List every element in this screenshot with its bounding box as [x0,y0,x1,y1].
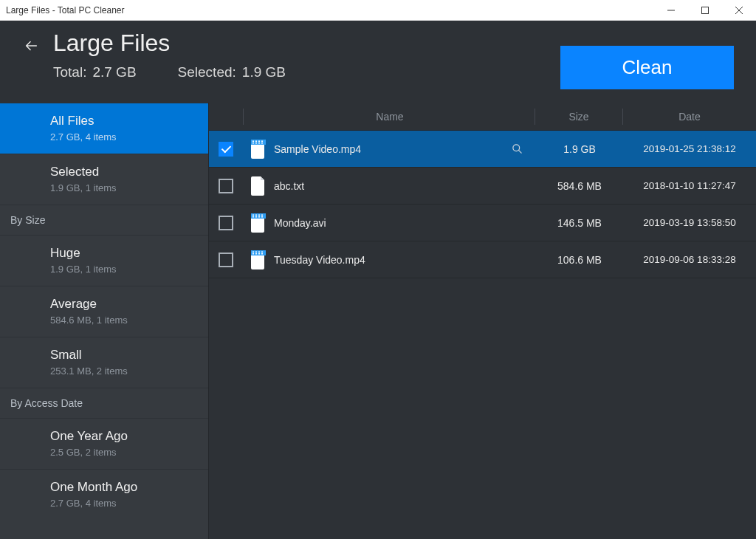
svg-rect-12 [261,143,263,144]
file-size: 106.6 MB [536,254,623,266]
svg-rect-24 [251,250,266,255]
app-body: Large Files Total: 2.7 GB Selected: 1.9 … [0,21,756,539]
column-header-size[interactable]: Size [535,111,622,123]
svg-rect-6 [255,140,257,142]
sidebar-item-one-year-ago[interactable]: One Year Ago2.5 GB, 2 items [0,418,208,469]
sidebar-item-huge[interactable]: Huge1.9 GB, 1 items [0,235,208,286]
row-checkbox-cell [209,253,243,267]
file-size: 584.6 MB [536,180,623,192]
checkbox[interactable] [219,142,233,157]
svg-rect-18 [258,214,260,216]
summary-selected-label: Selected: [178,64,236,80]
search-icon[interactable] [506,143,527,154]
summary-row: Total: 2.7 GB Selected: 1.9 GB [53,64,286,80]
file-date: 2019-09-06 18:33:28 [623,254,756,265]
svg-rect-4 [251,140,266,145]
column-header-date[interactable]: Date [623,111,756,123]
file-date: 2018-01-10 11:27:47 [623,180,756,191]
video-file-icon [243,250,274,270]
checkbox[interactable] [219,253,233,267]
file-date: 2019-03-19 13:58:50 [623,217,756,228]
svg-rect-25 [252,251,254,253]
page-title: Large Files [53,30,286,57]
table-row[interactable]: Monday.avi146.5 MB2019-03-19 13:58:50 [209,205,756,241]
svg-rect-29 [252,253,254,255]
file-name: Monday.avi [274,217,527,229]
sidebar-item-label: Small [50,348,193,363]
checkbox[interactable] [219,179,233,193]
summary-total-label: Total: [53,64,86,80]
sidebar-item-subtitle: 1.9 GB, 1 items [50,264,117,275]
svg-rect-11 [258,143,260,144]
svg-rect-30 [255,253,257,255]
file-name: Tuesday Video.mp4 [274,254,527,266]
svg-rect-19 [261,214,263,216]
svg-rect-20 [252,216,254,218]
minimize-button[interactable] [654,0,688,21]
sidebar-section-by-date: By Access Date [0,388,208,418]
sidebar-item-label: One Year Ago [50,429,193,444]
svg-rect-9 [252,143,254,144]
summary-selected-value: 1.9 GB [242,64,286,80]
table-row[interactable]: Tuesday Video.mp4106.6 MB2019-09-06 18:3… [209,241,756,278]
svg-rect-21 [255,216,257,218]
table-row[interactable]: abc.txt584.6 MB2018-01-10 11:27:47 [209,168,756,205]
checkbox[interactable] [219,216,233,230]
sidebar-item-subtitle: 2.7 GB, 4 items [50,131,117,143]
svg-line-14 [518,150,521,153]
row-name-cell: Sample Video.mp4 [274,143,536,155]
table-header: Name Size Date [209,103,756,131]
svg-rect-17 [255,214,257,216]
back-button[interactable] [22,37,40,55]
sidebar-item-subtitle: 253.1 MB, 2 items [50,365,128,377]
clean-button[interactable]: Clean [560,46,734,89]
svg-rect-28 [261,251,263,253]
sidebar-item-label: Huge [50,246,193,261]
svg-rect-16 [252,214,254,216]
sidebar-item-label: One Month Ago [50,480,193,495]
content: All Files2.7 GB, 4 itemsSelected1.9 GB, … [0,103,756,539]
svg-rect-32 [261,253,263,255]
sidebar-section-by-size: By Size [0,205,208,235]
file-size: 146.5 MB [536,217,623,229]
file-name: Sample Video.mp4 [274,143,501,155]
row-name-cell: Tuesday Video.mp4 [274,254,536,266]
sidebar-item-subtitle: 584.6 MB, 1 items [50,315,128,326]
sidebar-item-selected[interactable]: Selected1.9 GB, 1 items [0,154,208,205]
row-name-cell: Monday.avi [274,217,536,229]
svg-rect-8 [261,140,263,142]
table-row[interactable]: Sample Video.mp41.9 GB2019-01-25 21:38:1… [209,131,756,168]
sidebar-item-small[interactable]: Small253.1 MB, 2 items [0,337,208,388]
sidebar-item-label: Average [50,297,193,312]
svg-rect-31 [258,253,260,255]
sidebar-item-label: All Files [50,114,193,128]
svg-rect-7 [258,140,260,142]
svg-rect-22 [258,216,260,218]
svg-rect-26 [255,251,257,253]
sidebar-item-one-month-ago[interactable]: One Month Ago2.7 GB, 4 items [0,469,208,520]
file-name: abc.txt [274,180,527,192]
svg-rect-10 [255,143,257,144]
row-checkbox-cell [209,216,243,230]
summary-selected: Selected: 1.9 GB [178,64,286,80]
column-header-name[interactable]: Name [275,111,535,123]
close-button[interactable] [722,0,756,21]
svg-rect-23 [261,216,263,218]
page-header: Large Files Total: 2.7 GB Selected: 1.9 … [0,21,756,103]
file-date: 2019-01-25 21:38:12 [623,143,756,154]
sidebar-item-label: Selected [50,165,193,179]
header-text: Large Files Total: 2.7 GB Selected: 1.9 … [53,30,286,80]
row-checkbox-cell [209,179,243,193]
sidebar-item-subtitle: 1.9 GB, 1 items [50,182,117,193]
sidebar-item-subtitle: 2.7 GB, 4 items [50,498,117,509]
sidebar-item-all-files[interactable]: All Files2.7 GB, 4 items [0,103,208,154]
video-file-icon [243,213,274,233]
sidebar-item-subtitle: 2.5 GB, 2 items [50,447,117,458]
sidebar-item-average[interactable]: Average584.6 MB, 1 items [0,286,208,337]
row-name-cell: abc.txt [274,180,536,192]
maximize-button[interactable] [688,0,722,21]
svg-rect-1 [702,7,709,13]
window-title: Large Files - Total PC Cleaner [6,5,654,16]
svg-rect-27 [258,251,260,253]
summary-total: Total: 2.7 GB [53,64,137,80]
